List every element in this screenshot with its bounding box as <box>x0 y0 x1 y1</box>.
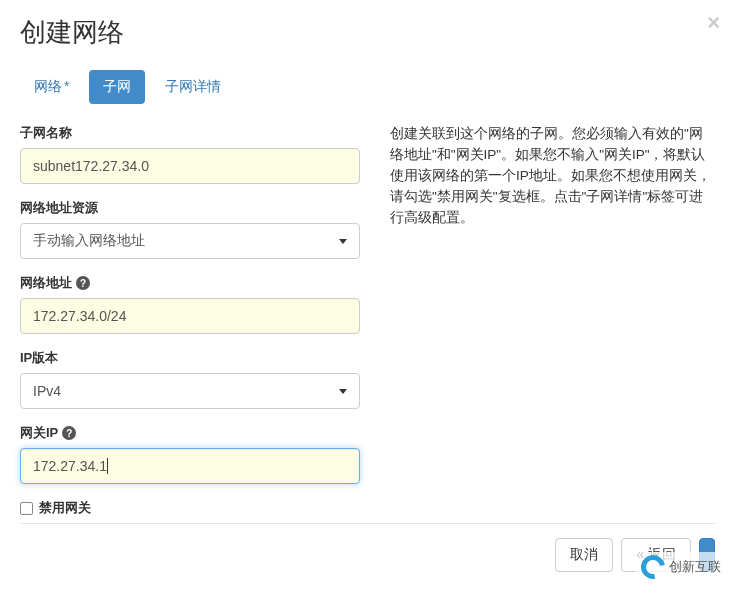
select-value: 手动输入网络地址 <box>33 232 145 250</box>
tabs: 网络* 子网 子网详情 <box>20 70 715 104</box>
modal-body: 子网名称 网络地址资源 手动输入网络地址 网络地址 ? IP版本 <box>20 124 715 517</box>
tab-network[interactable]: 网络* <box>20 70 83 104</box>
modal-title: 创建网络 <box>20 15 715 50</box>
close-icon[interactable]: × <box>707 10 720 36</box>
cancel-button[interactable]: 取消 <box>555 538 613 572</box>
create-network-modal: × 创建网络 网络* 子网 子网详情 子网名称 网络地址资源 手动输入网络地址 <box>0 0 735 590</box>
tab-label: 子网详情 <box>165 78 221 94</box>
select-value: IPv4 <box>33 383 61 399</box>
gateway-ip-input[interactable]: 172.27.34.1 <box>20 448 360 484</box>
tab-label: 子网 <box>103 78 131 94</box>
input-value: 172.27.34.1 <box>33 458 107 474</box>
required-asterisk-icon: * <box>64 78 69 94</box>
disable-gateway-label[interactable]: 禁用网关 <box>39 499 91 517</box>
ip-version-label: IP版本 <box>20 349 360 367</box>
tab-subnet-detail[interactable]: 子网详情 <box>151 70 235 104</box>
label-text: 网络地址 <box>20 274 72 292</box>
network-addr-label: 网络地址 ? <box>20 274 360 292</box>
addr-source-select[interactable]: 手动输入网络地址 <box>20 223 360 259</box>
ip-version-select[interactable]: IPv4 <box>20 373 360 409</box>
text-cursor-icon <box>107 458 108 474</box>
network-addr-input[interactable] <box>20 298 360 334</box>
button-row: 取消 « 返回 <box>20 523 715 572</box>
gateway-ip-label: 网关IP ? <box>20 424 360 442</box>
watermark: 创新互联 <box>635 552 725 582</box>
help-icon[interactable]: ? <box>76 276 90 290</box>
logo-icon <box>636 550 669 583</box>
help-text: 创建关联到这个网络的子网。您必须输入有效的"网络地址"和"网关IP"。如果您不输… <box>390 124 715 229</box>
chevron-down-icon <box>339 239 347 244</box>
form-column: 子网名称 网络地址资源 手动输入网络地址 网络地址 ? IP版本 <box>20 124 360 517</box>
watermark-text: 创新互联 <box>669 558 721 576</box>
tab-label: 网络 <box>34 78 62 94</box>
help-column: 创建关联到这个网络的子网。您必须输入有效的"网络地址"和"网关IP"。如果您不输… <box>390 124 715 517</box>
disable-gateway-checkbox[interactable] <box>20 502 33 515</box>
help-icon[interactable]: ? <box>62 426 76 440</box>
addr-source-label: 网络地址资源 <box>20 199 360 217</box>
subnet-name-label: 子网名称 <box>20 124 360 142</box>
label-text: 网关IP <box>20 424 58 442</box>
chevron-down-icon <box>339 389 347 394</box>
subnet-name-input[interactable] <box>20 148 360 184</box>
tab-subnet[interactable]: 子网 <box>89 70 145 104</box>
